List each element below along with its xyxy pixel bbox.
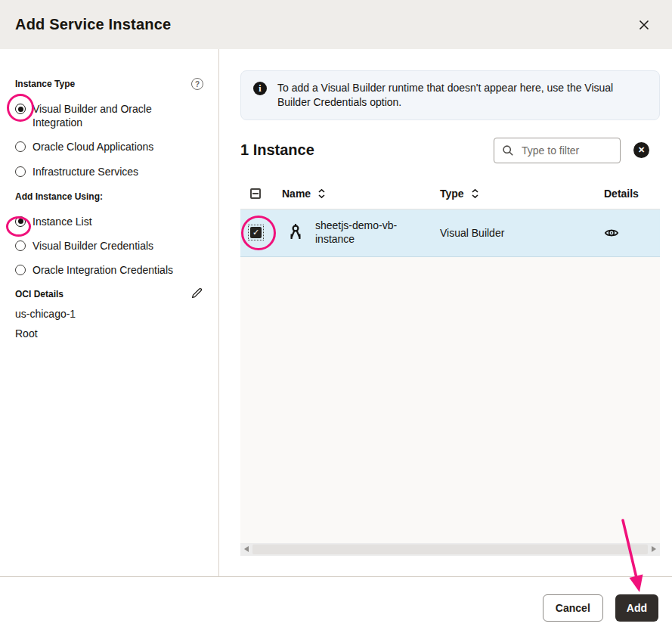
table-row[interactable]: ✓ sheetjs-demo-vb-instance bbox=[240, 209, 660, 257]
details-eye-icon[interactable] bbox=[604, 225, 619, 240]
sort-type-icon[interactable] bbox=[471, 188, 479, 200]
table-empty-area bbox=[240, 257, 660, 543]
table-toolbar: 1 Instance ✕ bbox=[240, 137, 660, 164]
radio-button-selected[interactable] bbox=[15, 216, 26, 227]
oci-region-value: us-chicago-1 bbox=[15, 308, 203, 320]
table-header-row: Name Type Details bbox=[240, 179, 660, 209]
radio-button[interactable] bbox=[15, 166, 26, 177]
select-all-checkbox[interactable] bbox=[250, 188, 261, 199]
radio-infrastructure-services[interactable]: Infrastructure Services bbox=[15, 165, 203, 178]
help-icon[interactable]: ? bbox=[191, 78, 203, 90]
radio-oracle-integration-credentials[interactable]: Oracle Integration Credentials bbox=[15, 263, 203, 277]
dialog-body: Instance Type ? Visual Builder and Oracl… bbox=[0, 49, 672, 576]
instance-type-label: Instance Type bbox=[15, 79, 75, 89]
radio-visual-builder-credentials[interactable]: Visual Builder Credentials bbox=[15, 239, 203, 253]
radio-oracle-cloud-applications[interactable]: Oracle Cloud Applications bbox=[15, 140, 203, 154]
visual-builder-compass-icon bbox=[288, 223, 303, 243]
radio-visual-builder-and-oracle-integration[interactable]: Visual Builder and Oracle Integration bbox=[15, 102, 203, 129]
horizontal-scrollbar[interactable] bbox=[240, 543, 660, 556]
cancel-button[interactable]: Cancel bbox=[543, 594, 603, 622]
oci-compartment-value: Root bbox=[15, 327, 203, 340]
instance-count-heading: 1 Instance bbox=[240, 141, 314, 159]
sidebar: Instance Type ? Visual Builder and Oracl… bbox=[0, 49, 219, 576]
oci-details-label: OCI Details bbox=[15, 289, 63, 299]
info-banner: i To add a Visual Builder runtime that d… bbox=[240, 70, 660, 120]
scrollbar-right-arrow-icon[interactable] bbox=[652, 546, 656, 552]
clear-filter-icon[interactable]: ✕ bbox=[633, 142, 649, 158]
dialog-header: Add Service Instance bbox=[0, 0, 672, 49]
info-icon: i bbox=[253, 82, 267, 95]
radio-button[interactable] bbox=[15, 265, 26, 275]
radio-instance-list[interactable]: Instance List bbox=[15, 215, 203, 228]
info-banner-text: To add a Visual Builder runtime that doe… bbox=[277, 81, 647, 110]
scrollbar-left-arrow-icon[interactable] bbox=[244, 546, 249, 552]
radio-button-selected[interactable] bbox=[15, 104, 26, 114]
search-icon bbox=[502, 144, 514, 157]
instance-type-radio-group: Visual Builder and Oracle Integration Or… bbox=[15, 102, 203, 178]
filter-input[interactable] bbox=[520, 144, 612, 157]
radio-button[interactable] bbox=[15, 141, 26, 152]
row-checkbox[interactable]: ✓ bbox=[248, 225, 264, 240]
column-header-details: Details bbox=[597, 188, 660, 200]
instance-name: sheetjs-demo-vb-instance bbox=[315, 219, 406, 247]
filter-search-box[interactable] bbox=[494, 138, 621, 163]
checkbox-check-icon: ✓ bbox=[250, 227, 262, 238]
instance-table: Name Type Details bbox=[240, 179, 660, 556]
scrollbar-thumb[interactable] bbox=[252, 544, 648, 554]
instance-type-value: Visual Builder bbox=[440, 227, 597, 239]
add-button[interactable]: Add bbox=[615, 594, 658, 622]
close-icon[interactable] bbox=[634, 15, 654, 35]
main-panel: i To add a Visual Builder runtime that d… bbox=[219, 49, 672, 576]
add-instance-using-radio-group: Instance List Visual Builder Credentials… bbox=[15, 215, 203, 278]
column-header-type: Type bbox=[440, 188, 597, 200]
dialog-footer: Cancel Add bbox=[0, 576, 672, 639]
column-header-name: Name bbox=[282, 188, 440, 200]
dialog-title: Add Service Instance bbox=[15, 16, 171, 33]
sort-name-icon[interactable] bbox=[317, 188, 326, 200]
add-instance-using-label: Add Instance Using: bbox=[15, 191, 103, 202]
radio-button[interactable] bbox=[15, 240, 26, 251]
add-service-instance-dialog: Add Service Instance Instance Type ? Vis… bbox=[0, 0, 672, 639]
edit-pencil-icon[interactable] bbox=[190, 287, 203, 302]
